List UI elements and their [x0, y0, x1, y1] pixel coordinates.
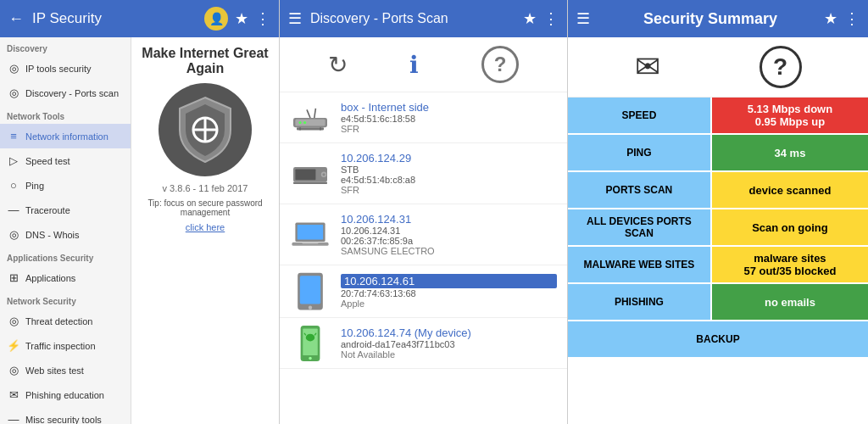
svg-rect-20: [302, 242, 318, 243]
traffic-icon: ⚡: [7, 339, 20, 352]
sidebar-label: Traffic inspection: [25, 341, 96, 351]
sidebar-item-web-test[interactable]: ◎ Web sites test: [0, 358, 131, 382]
sidebar-label: IP tools security: [25, 64, 91, 74]
section-app-security: Applications Security: [0, 247, 131, 265]
user-icon-circle[interactable]: 👤: [204, 7, 228, 31]
device-item-stb[interactable]: 10.206.124.29 STB e4:5d:51:4b:c8:a8 SFR: [280, 143, 567, 204]
star-icon[interactable]: ★: [235, 9, 248, 28]
ping-label: PING: [568, 135, 712, 170]
svg-point-26: [309, 356, 312, 360]
device-item-router[interactable]: box - Internet side e4:5d:51:6c:18:58 SF…: [280, 92, 567, 143]
menu-icon[interactable]: ⋮: [543, 9, 559, 28]
device-name2: STB: [341, 165, 557, 175]
device-mac: e4:5d:51:4b:c8:a8: [341, 175, 557, 185]
sidebar-item-phishing[interactable]: ✉ Phishing education: [0, 382, 131, 407]
device-name2: 10.206.124.31: [341, 226, 557, 236]
hamburger-icon[interactable]: ☰: [576, 9, 590, 28]
device-info-tablet: 10.206.124.61 20:7d:74:63:13:68 Apple: [341, 274, 557, 309]
svg-rect-22: [300, 276, 320, 304]
panel2-title: Discovery - Ports Scan: [310, 11, 523, 26]
sidebar-label: DNS - Whois: [25, 230, 80, 240]
sidebar-item-misc[interactable]: — Misc security tools: [0, 407, 131, 424]
sidebar-item-dns[interactable]: ◎ DNS - Whois: [0, 222, 131, 247]
device-info-laptop: 10.206.124.31 10.206.124.31 00:26:37:fc:…: [341, 213, 557, 256]
section-discovery: Discovery: [0, 37, 131, 56]
summary-grid: SPEED 5.13 Mbps down0.95 Mbps up PING 34…: [568, 98, 868, 424]
star-icon[interactable]: ★: [824, 9, 837, 28]
shield-icon: [175, 96, 235, 164]
malware-value: malware sites57 out/35 blocked: [712, 247, 868, 282]
device-item-phone[interactable]: 10.206.124.74 (My device) android-da17ea…: [280, 318, 567, 369]
section-network-security: Network Security: [0, 290, 131, 309]
sidebar-label: Misc security tools: [25, 415, 102, 425]
device-vendor: Not Available: [341, 349, 557, 360]
panel3-header: ☰ Security Summary ★ ⋮: [568, 0, 868, 37]
backup-label: BACKUP: [568, 321, 868, 357]
device-vendor: SFR: [341, 124, 557, 134]
device-vendor: Apple: [341, 298, 557, 309]
star-icon[interactable]: ★: [523, 9, 537, 28]
sidebar-item-threat[interactable]: ◎ Threat detection: [0, 309, 131, 333]
device-name: box - Internet side: [341, 101, 557, 114]
speed-test-icon: ▷: [7, 154, 20, 167]
info-icon[interactable]: ℹ: [409, 51, 419, 79]
network-info-icon: ≡: [7, 130, 20, 142]
click-link[interactable]: click here: [186, 222, 225, 232]
sidebar-label: Threat detection: [25, 316, 93, 326]
sidebar-label: Phishing education: [25, 390, 104, 400]
device-ip-highlighted: 10.206.124.61: [341, 274, 557, 288]
sidebar-item-ip-tools[interactable]: ◎ IP tools security: [0, 56, 131, 81]
sidebar-item-network-info[interactable]: ≡ Network information: [0, 124, 131, 148]
sidebar-item-speed-test[interactable]: ▷ Speed test: [0, 148, 131, 173]
section-network-tools: Network Tools: [0, 105, 131, 124]
sidebar-label: Speed test: [25, 156, 70, 166]
sidebar-item-traffic[interactable]: ⚡ Traffic inspection: [0, 333, 131, 358]
phishing-label: PHISHING: [568, 284, 712, 320]
device-vendor: SFR: [341, 185, 557, 195]
header-icons: 👤 ★ ⋮: [204, 7, 270, 31]
sidebar-item-ports-scan[interactable]: ◎ Discovery - Ports scan: [0, 81, 131, 105]
laptop-image: [290, 220, 331, 250]
sidebar-label: Web sites test: [25, 365, 84, 376]
summary-row-backup: BACKUP: [568, 321, 868, 359]
help-circle-icon: ?: [760, 46, 802, 88]
svg-rect-13: [295, 169, 315, 180]
refresh-icon[interactable]: ↻: [328, 51, 348, 79]
phone-image: [290, 328, 331, 359]
speed-label: SPEED: [568, 98, 712, 133]
help-icon[interactable]: ?: [481, 46, 519, 83]
hamburger-icon[interactable]: ☰: [288, 9, 302, 28]
device-list: box - Internet side e4:5d:51:6c:18:58 SF…: [280, 92, 567, 424]
sidebar-label: Discovery - Ports scan: [25, 88, 119, 98]
menu-icon[interactable]: ⋮: [255, 9, 270, 28]
summary-row-malware: MALWARE WEB SITES malware sites57 out/35…: [568, 247, 868, 284]
menu-icon[interactable]: ⋮: [844, 9, 860, 28]
svg-rect-16: [293, 181, 327, 183]
device-item-laptop[interactable]: 10.206.124.31 10.206.124.31 00:26:37:fc:…: [280, 204, 567, 265]
ping-icon: ○: [7, 179, 20, 192]
ports-scan-value: device scanned: [712, 172, 868, 208]
panel1-title: IP Security: [32, 10, 204, 27]
svg-rect-25: [303, 328, 318, 355]
sidebar-label: Network information: [25, 131, 108, 142]
sidebar-label: Traceroute: [25, 205, 70, 215]
summary-row-ping: PING 34 ms: [568, 135, 868, 172]
sidebar-item-applications[interactable]: ⊞ Applications: [0, 265, 131, 290]
sidebar-label: Ping: [25, 181, 44, 191]
main-content: Make Internet Great Again v 3.8.6 - 11 f…: [131, 37, 279, 424]
device-info-router: box - Internet side e4:5d:51:6c:18:58 SF…: [341, 101, 557, 134]
sidebar-item-ping[interactable]: ○ Ping: [0, 173, 131, 198]
panel-discovery-ports: ☰ Discovery - Ports Scan ★ ⋮ ↻ ℹ ?: [280, 0, 568, 424]
device-item-tablet[interactable]: 10.206.124.61 20:7d:74:63:13:68 Apple: [280, 265, 567, 318]
shield-container: [159, 83, 252, 176]
p3-top-icons: ✉ ?: [568, 37, 868, 98]
back-icon[interactable]: ←: [8, 10, 24, 28]
all-devices-value: Scan on going: [712, 209, 868, 245]
phishing-icon: ✉: [7, 388, 20, 401]
sidebar-item-traceroute[interactable]: — Traceroute: [0, 198, 131, 222]
device-info-phone: 10.206.124.74 (My device) android-da17ea…: [341, 326, 557, 360]
device-info-stb: 10.206.124.29 STB e4:5d:51:4b:c8:a8 SFR: [341, 152, 557, 195]
mail-icon: ✉: [635, 49, 660, 85]
device-ip: 10.206.124.31: [341, 213, 557, 226]
traceroute-icon: —: [7, 204, 20, 216]
